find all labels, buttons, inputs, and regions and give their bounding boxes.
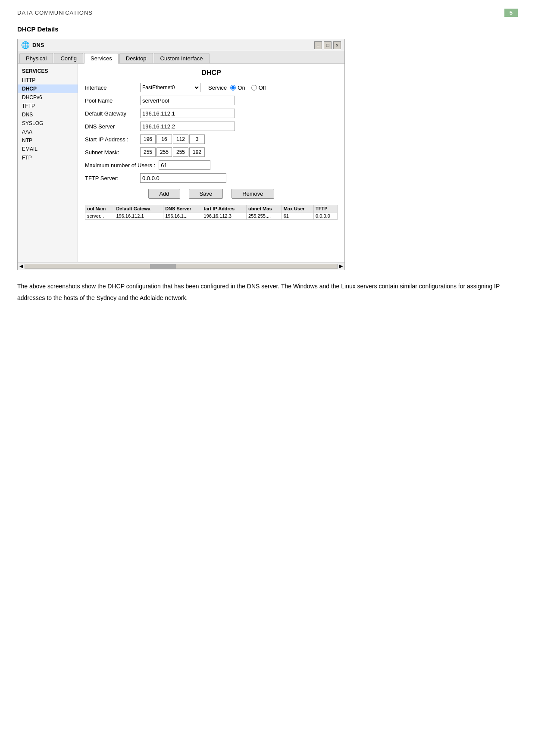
sidebar-item-ntp[interactable]: NTP (18, 136, 78, 145)
subnet-mask-octet-2[interactable] (156, 147, 172, 157)
col-start-ip: tart IP Addres (202, 205, 247, 212)
col-subnet-mask: ubnet Mas (247, 205, 282, 212)
default-gateway-label: Default Gateway (85, 110, 137, 117)
sidebar-item-email[interactable]: EMAIL (18, 145, 78, 153)
add-button[interactable]: Add (148, 189, 180, 199)
dhcp-table: ool Nam Default Gatewa DNS Server tart I… (85, 205, 338, 220)
sidebar-item-aaa[interactable]: AAA (18, 128, 78, 136)
main-title: DHCP (85, 69, 338, 77)
sidebar-item-syslog[interactable]: SYSLOG (18, 119, 78, 128)
body-paragraph: The above screenshots show the DHCP conf… (17, 281, 518, 303)
scroll-left-arrow[interactable]: ◀ (19, 263, 23, 269)
cell-default-gateway: 196.16.112.1 (114, 212, 163, 220)
dns-server-input[interactable] (140, 122, 235, 131)
subnet-mask-row: Subnet Mask: (85, 147, 338, 157)
subnet-mask-octet-3[interactable] (173, 147, 188, 157)
window-body: SERVICES HTTP DHCP DHCPv6 TFTP DNS SYSLO… (18, 64, 344, 262)
close-button[interactable]: × (333, 41, 341, 49)
maximize-button[interactable]: □ (324, 41, 332, 49)
dns-icon: 🌐 (21, 41, 30, 49)
start-ip-octet-3[interactable] (173, 134, 188, 144)
tftp-server-row: TFTP Server: (85, 173, 338, 183)
sidebar: SERVICES HTTP DHCP DHCPv6 TFTP DNS SYSLO… (18, 64, 78, 262)
max-users-label: Maximum number of Users : (85, 162, 155, 169)
pool-name-input[interactable] (140, 96, 235, 105)
title-bar-left: 🌐 DNS (21, 41, 44, 49)
col-pool-name: ool Nam (85, 205, 114, 212)
pool-name-row: Pool Name (85, 96, 338, 105)
start-ip-octet-4[interactable] (189, 134, 205, 144)
tab-services[interactable]: Services (84, 53, 119, 64)
body-text: The above screenshots show the DHCP conf… (17, 281, 518, 303)
page-number: 5 (504, 9, 518, 17)
section-heading: DHCP Details (17, 25, 518, 33)
sidebar-item-ftp[interactable]: FTP (18, 153, 78, 162)
service-off-radio[interactable] (251, 85, 257, 91)
dns-server-row: DNS Server (85, 122, 338, 131)
remove-button[interactable]: Remove (232, 189, 274, 199)
service-radio-group: On Off (230, 84, 266, 91)
service-on-label: On (238, 84, 245, 91)
save-button[interactable]: Save (189, 189, 223, 199)
scroll-track[interactable] (25, 264, 338, 269)
cell-max-user: 61 (282, 212, 313, 220)
start-ip-octet-1[interactable] (140, 134, 156, 144)
cell-tftp: 0.0.0.0 (314, 212, 338, 220)
subnet-mask-label: Subnet Mask: (85, 149, 137, 156)
max-users-input[interactable] (159, 160, 210, 170)
sidebar-item-http[interactable]: HTTP (18, 76, 78, 84)
default-gateway-input[interactable] (140, 109, 235, 118)
service-off-option[interactable]: Off (251, 84, 266, 91)
col-max-user: Max User (282, 205, 313, 212)
tab-custom-interface[interactable]: Custom Interface (154, 53, 210, 63)
dns-window: 🌐 DNS – □ × Physical Config Services Des… (17, 39, 345, 270)
service-on-radio[interactable] (230, 85, 236, 91)
service-off-label: Off (259, 84, 266, 91)
service-label: Service (208, 84, 227, 91)
tab-physical[interactable]: Physical (19, 53, 53, 63)
interface-dropdown[interactable]: FastEthernet0 (140, 83, 200, 92)
subnet-mask-octets (140, 147, 205, 157)
tab-desktop[interactable]: Desktop (119, 53, 153, 63)
window-title: DNS (32, 42, 44, 48)
start-ip-label: Start IP Address : (85, 136, 137, 143)
subnet-mask-octet-4[interactable] (189, 147, 205, 157)
table-row: server... 196.16.112.1 196.16.1... 196.1… (85, 212, 338, 220)
minimize-button[interactable]: – (314, 41, 322, 49)
tab-bar: Physical Config Services Desktop Custom … (18, 51, 344, 64)
cell-start-ip: 196.16.112.3 (202, 212, 247, 220)
dns-server-label: DNS Server (85, 123, 137, 130)
pool-name-label: Pool Name (85, 97, 137, 104)
scroll-right-arrow[interactable]: ▶ (339, 263, 343, 269)
page-header: DATA COMMUNICATIONS 5 (17, 9, 518, 17)
col-tftp: TFTP (314, 205, 338, 212)
sidebar-item-dns[interactable]: DNS (18, 110, 78, 119)
sidebar-header: SERVICES (18, 66, 78, 76)
start-ip-octets (140, 134, 205, 144)
start-ip-row: Start IP Address : (85, 134, 338, 144)
table-header-row: ool Nam Default Gatewa DNS Server tart I… (85, 205, 338, 212)
sidebar-item-dhcp[interactable]: DHCP (18, 84, 78, 93)
subnet-mask-octet-1[interactable] (140, 147, 156, 157)
service-on-option[interactable]: On (230, 84, 245, 91)
sidebar-item-dhcpv6[interactable]: DHCPv6 (18, 93, 78, 102)
interface-row: Interface FastEthernet0 Service On Off (85, 83, 338, 92)
cell-pool-name: server... (85, 212, 114, 220)
action-button-row: Add Save Remove (85, 187, 338, 200)
page-title: DATA COMMUNICATIONS (17, 9, 93, 16)
col-default-gateway: Default Gatewa (114, 205, 163, 212)
title-bar: 🌐 DNS – □ × (18, 39, 344, 51)
default-gateway-row: Default Gateway (85, 109, 338, 118)
max-users-row: Maximum number of Users : (85, 160, 338, 170)
start-ip-octet-2[interactable] (156, 134, 172, 144)
col-dns-server: DNS Server (163, 205, 202, 212)
scroll-thumb[interactable] (150, 264, 176, 269)
tab-config[interactable]: Config (54, 53, 83, 63)
interface-label: Interface (85, 84, 137, 91)
main-content: DHCP Interface FastEthernet0 Service On … (78, 64, 344, 262)
title-bar-controls: – □ × (314, 41, 341, 49)
cell-subnet-mask: 255.255.... (247, 212, 282, 220)
tftp-server-input[interactable] (140, 173, 226, 183)
horizontal-scrollbar[interactable]: ◀ ▶ (18, 262, 344, 270)
sidebar-item-tftp[interactable]: TFTP (18, 102, 78, 110)
